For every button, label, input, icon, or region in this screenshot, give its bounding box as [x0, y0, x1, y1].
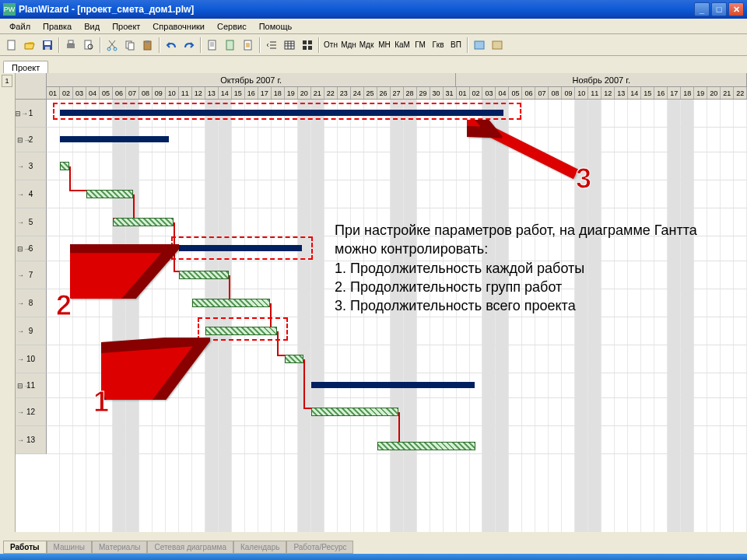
- svg-line-26: [78, 252, 163, 291]
- gridrow-3: [47, 152, 747, 180]
- doc3-icon[interactable]: [240, 37, 257, 54]
- close-button[interactable]: ✕: [728, 2, 744, 16]
- undo-icon[interactable]: [163, 37, 180, 54]
- cut-icon[interactable]: [103, 37, 121, 54]
- day-header: 0102030405060708091011121314151617181920…: [47, 87, 747, 100]
- toolbar-otn[interactable]: Отн: [322, 37, 339, 54]
- doc2-icon[interactable]: [222, 37, 239, 54]
- annotation-item-3: 3. Продолжительность всего проекта: [352, 296, 708, 315]
- day-cell: 18: [681, 87, 694, 99]
- bar-row5[interactable]: [113, 218, 174, 226]
- annotation-item-2: 2. Продолжительность групп работ: [352, 278, 708, 296]
- gantt-chart[interactable]: Октябрь 2007 г. Ноябрь 2007 г. 010203040…: [16, 73, 747, 532]
- toolbar-mdk[interactable]: Мдк: [358, 37, 375, 54]
- day-cell: 05: [100, 87, 113, 99]
- row-11: ⊟→11: [16, 373, 47, 398]
- bar-row13[interactable]: [377, 442, 475, 450]
- day-cell: 14: [628, 87, 641, 99]
- outdent-icon[interactable]: [263, 37, 280, 54]
- new-icon[interactable]: [3, 37, 20, 54]
- menu-view[interactable]: Вид: [78, 20, 106, 33]
- menu-refs[interactable]: Справочники: [146, 20, 211, 33]
- os-taskbar: [0, 554, 747, 560]
- bar-row10[interactable]: [285, 355, 303, 363]
- doc1-icon[interactable]: [204, 37, 221, 54]
- preview-icon[interactable]: [80, 37, 97, 54]
- day-cell: 30: [430, 87, 444, 99]
- day-cell: 16: [245, 87, 258, 99]
- minimize-button[interactable]: _: [694, 2, 710, 16]
- btab-materials[interactable]: Материалы: [92, 541, 148, 554]
- day-cell: 06: [522, 87, 535, 99]
- day-cell: 29: [417, 87, 430, 99]
- save-icon[interactable]: [39, 37, 56, 54]
- day-cell: 19: [285, 87, 298, 99]
- day-cell: 07: [126, 87, 139, 99]
- tab-project[interactable]: Проект: [3, 61, 48, 74]
- day-cell: 10: [575, 87, 588, 99]
- day-cell: 17: [258, 87, 272, 99]
- toolbar-mn[interactable]: МН: [376, 37, 393, 54]
- arrow-1: [101, 338, 210, 401]
- bar-row11[interactable]: [311, 382, 475, 388]
- bar-row2[interactable]: [60, 136, 169, 142]
- svg-rect-5: [68, 40, 73, 44]
- print-icon[interactable]: [62, 37, 79, 54]
- toolbar-vp[interactable]: ВП: [447, 37, 465, 54]
- btab-machines[interactable]: Машины: [47, 541, 92, 554]
- day-cell: 21: [721, 87, 734, 99]
- annotation-text: При настройке параметров работ, на диагр…: [335, 221, 708, 315]
- bar-row7[interactable]: [179, 271, 229, 279]
- day-cell: 20: [298, 87, 311, 99]
- svg-rect-19: [303, 40, 307, 44]
- toolbar-gkv[interactable]: Гкв: [430, 37, 447, 54]
- menu-help[interactable]: Помощь: [253, 20, 299, 33]
- day-cell: 23: [338, 87, 351, 99]
- day-cell: 01: [457, 87, 470, 99]
- bar-row3[interactable]: [60, 162, 69, 170]
- bar-row4[interactable]: [86, 190, 133, 198]
- toolbar-kam[interactable]: КаМ: [394, 37, 411, 54]
- dep-link: [303, 408, 311, 409]
- redo-icon[interactable]: [181, 37, 198, 54]
- day-cell: 21: [311, 87, 324, 99]
- paste-icon[interactable]: [139, 37, 156, 54]
- bar-row12[interactable]: [311, 408, 398, 416]
- day-cell: 04: [496, 87, 509, 99]
- day-cell: 12: [192, 87, 205, 99]
- btab-calendar[interactable]: Календарь: [233, 541, 286, 554]
- menu-project[interactable]: Проект: [106, 20, 146, 33]
- row-13: →13: [16, 426, 47, 454]
- side-tabs: 1: [0, 73, 16, 532]
- table-icon[interactable]: [281, 37, 298, 54]
- grid-icon[interactable]: [299, 37, 316, 54]
- day-cell: 24: [351, 87, 364, 99]
- toolbar-mdn[interactable]: Мдн: [340, 37, 357, 54]
- pic2-icon[interactable]: [489, 37, 506, 54]
- toolbar-gm[interactable]: ГМ: [412, 37, 429, 54]
- day-cell: 11: [179, 87, 192, 99]
- btab-works[interactable]: Работы: [3, 541, 47, 554]
- btab-resource[interactable]: Работа/Ресурс: [286, 541, 353, 554]
- day-cell: 18: [272, 87, 285, 99]
- day-cell: 28: [404, 87, 417, 99]
- bar-row8[interactable]: [192, 299, 270, 307]
- menu-service[interactable]: Сервис: [211, 20, 253, 33]
- open-icon[interactable]: [21, 37, 38, 54]
- side-tab-1[interactable]: 1: [2, 75, 12, 87]
- day-cell: 15: [232, 87, 245, 99]
- copy-icon[interactable]: [121, 37, 139, 54]
- day-cell: 16: [654, 87, 668, 99]
- row-10: →10: [16, 345, 47, 373]
- menu-file[interactable]: Файл: [3, 20, 37, 33]
- pic1-icon[interactable]: [471, 37, 488, 54]
- btab-network[interactable]: Сетевая диаграмма: [147, 541, 233, 554]
- svg-rect-2: [44, 41, 51, 45]
- svg-rect-21: [303, 46, 307, 50]
- arrow-2: [70, 244, 179, 300]
- day-cell: 11: [588, 87, 601, 99]
- maximize-button[interactable]: □: [711, 2, 727, 16]
- highlight-box-2: [171, 236, 313, 260]
- dep-link: [398, 412, 400, 442]
- menu-edit[interactable]: Правка: [37, 20, 78, 33]
